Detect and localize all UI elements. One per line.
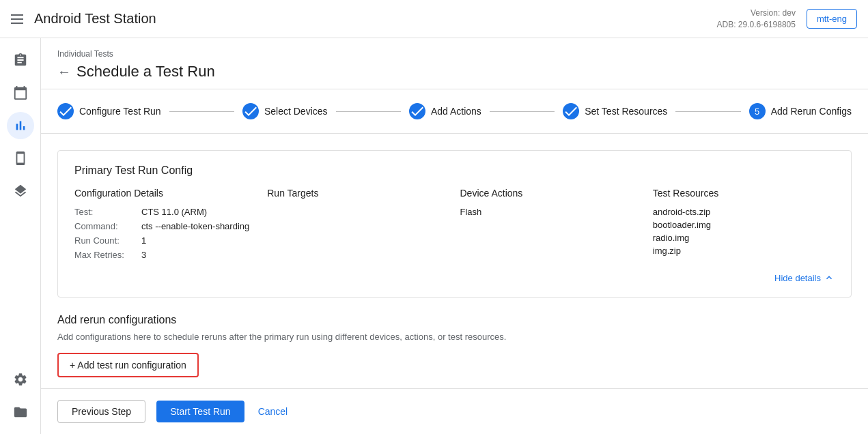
detail-maxretries-label: Max Retries:: [74, 250, 136, 260]
device-actions-section: Device Actions Flash: [460, 188, 642, 264]
start-test-run-button[interactable]: Start Test Run: [156, 401, 244, 422]
page-header: Individual Tests ← Schedule a Test Run: [41, 38, 868, 89]
device-actions-title: Device Actions: [460, 188, 642, 199]
detail-test-label: Test:: [74, 207, 136, 217]
config-details-grid: Configuration Details Test: CTS 11.0 (AR…: [74, 188, 835, 264]
detail-maxretries-row: Max Retries: 3: [74, 250, 256, 260]
step-label-configure: Configure Test Run: [79, 106, 161, 117]
chevron-up-icon: [824, 272, 835, 283]
step-circle-actions: [409, 103, 425, 119]
rerun-description: Add configurations here to schedule reru…: [57, 332, 852, 342]
step-circle-devices: [242, 103, 259, 119]
detail-runcount-row: Run Count: 1: [74, 235, 256, 246]
step-devices: Select Devices: [242, 103, 328, 119]
previous-step-button[interactable]: Previous Step: [57, 400, 145, 423]
sidebar-item-phone[interactable]: [7, 145, 34, 172]
step-circle-rerun: 5: [749, 103, 766, 119]
sidebar-item-settings[interactable]: [7, 366, 34, 393]
resource-radio: radio.img: [653, 233, 835, 243]
config-details-section: Configuration Details Test: CTS 11.0 (AR…: [74, 188, 256, 264]
step-circle-resources: [563, 103, 579, 119]
step-circle-configure: [57, 103, 74, 119]
rerun-title: Add rerun configurations: [57, 314, 852, 326]
step-label-devices: Select Devices: [264, 106, 328, 117]
step-label-rerun: Add Rerun Configs: [771, 106, 852, 117]
sidebar-item-clipboard[interactable]: [7, 46, 34, 74]
sidebar-item-layers[interactable]: [7, 177, 34, 205]
back-button[interactable]: ←: [57, 65, 71, 78]
test-resources-title: Test Resources: [653, 188, 835, 199]
add-config-button[interactable]: + Add test run configuration: [57, 353, 199, 377]
hide-details-label: Hide details: [774, 273, 821, 283]
step-connector-1: [169, 111, 234, 112]
step-resources: Set Test Resources: [563, 103, 667, 119]
footer: Previous Step Start Test Run Cancel: [41, 388, 868, 434]
cancel-button[interactable]: Cancel: [255, 401, 291, 422]
run-targets-section: Run Targets: [267, 188, 449, 264]
resource-img: img.zip: [653, 246, 835, 256]
sidebar: [0, 38, 41, 434]
step-rerun: 5 Add Rerun Configs: [749, 103, 852, 119]
stepper: Configure Test Run Select Devices Add Ac…: [41, 89, 868, 134]
menu-icon[interactable]: [11, 14, 23, 24]
main-content: Individual Tests ← Schedule a Test Run C…: [41, 38, 868, 434]
sidebar-item-calendar[interactable]: [7, 79, 34, 106]
step-connector-3: [490, 111, 555, 112]
rerun-section: Add rerun configurations Add configurati…: [57, 314, 852, 377]
breadcrumb: Individual Tests: [57, 49, 852, 59]
detail-runcount-label: Run Count:: [74, 235, 136, 246]
resource-bootloader: bootloader.img: [653, 220, 835, 230]
step-label-resources: Set Test Resources: [585, 106, 667, 117]
step-actions: Add Actions: [409, 103, 481, 119]
config-details-title: Configuration Details: [74, 188, 256, 199]
topbar: Android Test Station Version: dev ADB: 2…: [0, 0, 868, 38]
device-action-flash: Flash: [460, 207, 642, 217]
body-content: Primary Test Run Config Configuration De…: [41, 134, 868, 388]
run-targets-title: Run Targets: [267, 188, 449, 199]
detail-runcount-value: 1: [141, 235, 146, 246]
config-card: Primary Test Run Config Configuration De…: [57, 150, 852, 298]
detail-maxretries-value: 3: [141, 250, 146, 260]
detail-command-value: cts --enable-token-sharding: [141, 221, 249, 231]
step-connector-2: [336, 111, 401, 112]
resource-cts: android-cts.zip: [653, 207, 835, 217]
step-connector-4: [675, 111, 740, 112]
config-card-title: Primary Test Run Config: [74, 164, 835, 177]
profile-button[interactable]: mtt-eng: [807, 9, 857, 29]
sidebar-item-folder[interactable]: [7, 399, 34, 426]
detail-test-value: CTS 11.0 (ARM): [141, 207, 207, 217]
sidebar-item-barchart[interactable]: [7, 112, 34, 139]
detail-command-label: Command:: [74, 221, 136, 231]
detail-test-row: Test: CTS 11.0 (ARM): [74, 207, 256, 217]
app-title: Android Test Station: [34, 11, 156, 27]
page-title: Schedule a Test Run: [76, 63, 215, 81]
step-label-actions: Add Actions: [431, 106, 481, 117]
test-resources-section: Test Resources android-cts.zip bootloade…: [653, 188, 835, 264]
hide-details-button[interactable]: Hide details: [74, 272, 835, 283]
version-info: Version: dev ADB: 29.0.6-6198805: [717, 8, 796, 31]
detail-command-row: Command: cts --enable-token-sharding: [74, 221, 256, 231]
step-configure: Configure Test Run: [57, 103, 161, 119]
